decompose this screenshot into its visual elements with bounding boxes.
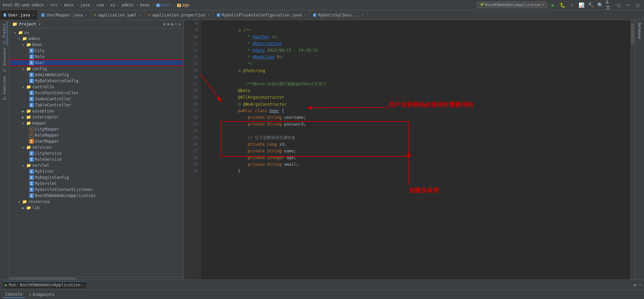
sidebar-favorites-icon[interactable]: 3: Favorites: [2, 74, 7, 102]
tab-mybatisplus[interactable]: C MybatisPlusAutoConfiguration.java ✕: [213, 10, 310, 20]
folder-icon-admin: 📁: [22, 36, 27, 41]
tree-item-cityservice[interactable]: C CityService: [9, 150, 184, 156]
tab-label-3: application.yaml: [98, 13, 137, 17]
tree-item-controlle[interactable]: ▾ 📁 controlle: [9, 84, 184, 90]
project-title: Project ▾: [19, 22, 41, 27]
tree-item-xu[interactable]: ▾ 📁 xu: [9, 30, 184, 36]
bottom-tab-run[interactable]: ▶ Run: Boot05WebAdminApplication ✕: [3, 281, 86, 288]
tree-label-rolemapper: RoleMapper: [35, 133, 59, 138]
tab-mybatissql[interactable]: C MybatisSqlSess... ✕: [310, 10, 367, 20]
expand-arrow-admin: ▾: [17, 37, 21, 41]
tree-item-boot05app[interactable]: C Boot05WebAdminApplication: [9, 193, 184, 199]
tree-item-exception[interactable]: ▶ 📁 exception: [9, 108, 184, 114]
project-scrollbar[interactable]: [9, 277, 184, 280]
tab-application-props[interactable]: ⚙ application.properties ✕: [145, 10, 214, 20]
code-scrollbar[interactable]: [631, 20, 635, 280]
tab-application-yaml[interactable]: ⚙ application.yaml ✕: [91, 10, 145, 20]
project-tree: ▾ 📁 xu ▾ 📁 admin ▾ 📁 bean: [9, 28, 184, 277]
tree-item-indexcontroller[interactable]: C IndexController: [9, 96, 184, 102]
folder-icon-mapper: 📁: [26, 121, 31, 126]
tree-item-myfilter[interactable]: C MyFilter: [9, 168, 184, 175]
tab-close-2[interactable]: ✕: [85, 13, 87, 17]
tree-item-roleservice[interactable]: C RoleService: [9, 156, 184, 162]
tree-item-city[interactable]: C City: [9, 48, 184, 54]
endpoints-tab[interactable]: ⚡ Endpoints: [27, 292, 57, 298]
settings-button[interactable]: □: [615, 1, 623, 9]
database-panel-icon[interactable]: Database: [636, 20, 643, 42]
class-icon-table: C: [29, 103, 34, 107]
tree-item-myservletcontent[interactable]: C MyServletContentListener: [9, 187, 184, 193]
project-tool-3[interactable]: ⚙: [171, 22, 173, 27]
bottom-run-bar: ▶ Run: Boot05WebAdminApplication ✕ ⚙ ─: [0, 280, 644, 290]
tab-usermapper-java[interactable]: C UserMapper.java ✕: [38, 10, 91, 20]
tree-item-user[interactable]: C User: [9, 60, 184, 66]
breadcrumb-item-1: boot-05-web-admin: [3, 3, 44, 7]
tree-label-role: Role: [35, 54, 45, 59]
tree-item-myregistconfig[interactable]: C MyRegistConfig: [9, 175, 184, 181]
project-tool-1[interactable]: ⊕: [163, 22, 166, 27]
project-close[interactable]: ✕: [179, 22, 181, 27]
tab-close-4[interactable]: ✕: [208, 13, 210, 17]
breadcrumb-item-user[interactable]: CUser: [156, 3, 170, 7]
run-button[interactable]: ▶: [549, 1, 557, 9]
tree-item-usermapper[interactable]: I UserMapper: [9, 138, 184, 144]
search-button[interactable]: 🔍: [596, 1, 604, 9]
code-lines[interactable]: ⊖ /** * @author xu * @Description: [201, 20, 631, 175]
translate-button[interactable]: A文: [606, 1, 613, 9]
interface-icon-usermapper: I: [29, 139, 34, 144]
tab-close-6[interactable]: ✕: [361, 13, 363, 17]
build-button[interactable]: 🔨: [587, 1, 594, 9]
tree-label-admin: admin: [28, 36, 40, 41]
breadcrumb-item-7: admin: [121, 3, 134, 7]
tree-item-rolemapper[interactable]: ≋ RoleMapper: [9, 132, 184, 138]
tree-item-myservlet[interactable]: C MyServlet: [9, 181, 184, 187]
sidebar-structure-icon[interactable]: 2: Structure: [2, 46, 7, 74]
minimize-bottom[interactable]: ─: [639, 283, 641, 287]
tree-item-servlet[interactable]: ▾ 📁 servlet: [9, 162, 184, 168]
tree-item-citymapper[interactable]: ≋ CityMapper: [9, 126, 184, 132]
tab-close-icon[interactable]: ✕: [32, 13, 34, 17]
minimize-button[interactable]: ─: [625, 1, 632, 9]
tab-close-5[interactable]: ✕: [304, 13, 306, 17]
editor-area: 1: Project 2: Structure 3: Favorites 📁 P…: [0, 20, 644, 280]
tree-item-bean[interactable]: ▾ 📁 bean: [9, 42, 184, 48]
project-toolbar: ⊕ ≡ ⚙ ─ ✕: [163, 22, 181, 27]
console-tab[interactable]: Console: [3, 291, 25, 298]
tree-item-admin[interactable]: ▾ 📁 admin: [9, 36, 184, 42]
tree-item-mydatasource[interactable]: C MyDataSourceConfig: [9, 78, 184, 84]
run-label: Run:: [9, 283, 18, 287]
coverage-button[interactable]: ⚡: [568, 1, 576, 9]
tree-item-interceptor[interactable]: ▶ 📁 interceptor: [9, 114, 184, 120]
expand-arrow-controlle: ▾: [21, 85, 25, 89]
expand-arrow-mapper: ▾: [21, 121, 25, 125]
tree-item-config[interactable]: ▾ 📁 config: [9, 66, 184, 72]
tree-item-mapper[interactable]: ▾ 📁 mapper: [9, 120, 184, 126]
settings-icon-bottom[interactable]: ⚙: [634, 283, 636, 287]
tree-item-resources[interactable]: ▾ 📁 resources: [9, 199, 184, 205]
profile-button[interactable]: 📊: [578, 1, 585, 9]
folder-icon-config: 📁: [26, 66, 31, 71]
tab-close-3[interactable]: ✕: [139, 13, 141, 17]
debug-button[interactable]: 🐛: [559, 1, 566, 9]
tab-user-java[interactable]: C User.java ✕: [0, 10, 38, 20]
tree-item-role[interactable]: C Role: [9, 54, 184, 60]
run-config-dropdown[interactable]: 🌱 Boot05WebAdminApplication ▾: [477, 2, 547, 8]
tree-item-tablecontroller[interactable]: C TableController: [9, 102, 184, 108]
project-collapse[interactable]: ─: [175, 22, 177, 27]
console-label: Console: [5, 292, 22, 297]
breadcrumb-item-4: java: [80, 3, 90, 7]
tree-item-adminwebconfig[interactable]: C AdminWebConfig: [9, 72, 184, 78]
tree-item-formtest[interactable]: C FormTestController: [9, 90, 184, 96]
class-icon-user: C: [29, 60, 34, 65]
tree-item-lib[interactable]: ▶ 📁 lib: [9, 205, 184, 211]
tree-item-services[interactable]: ▾ 📁 services: [9, 144, 184, 150]
maximize-button[interactable]: □: [634, 1, 641, 9]
expand-arrow-services: ▾: [21, 146, 25, 149]
code-editor: 8 9 10 11 12 13 14 15 16 17 18 19 20 21 …: [184, 20, 635, 280]
sidebar-project-icon[interactable]: 1: Project: [2, 21, 7, 46]
tab-label-5: MybatisPlusAutoConfiguration.java: [222, 13, 302, 17]
run-tab-close[interactable]: ✕: [82, 283, 84, 287]
tree-label-table: TableController: [35, 103, 71, 107]
folder-icon-servlet: 📁: [26, 163, 31, 168]
project-tool-2[interactable]: ≡: [167, 22, 169, 27]
